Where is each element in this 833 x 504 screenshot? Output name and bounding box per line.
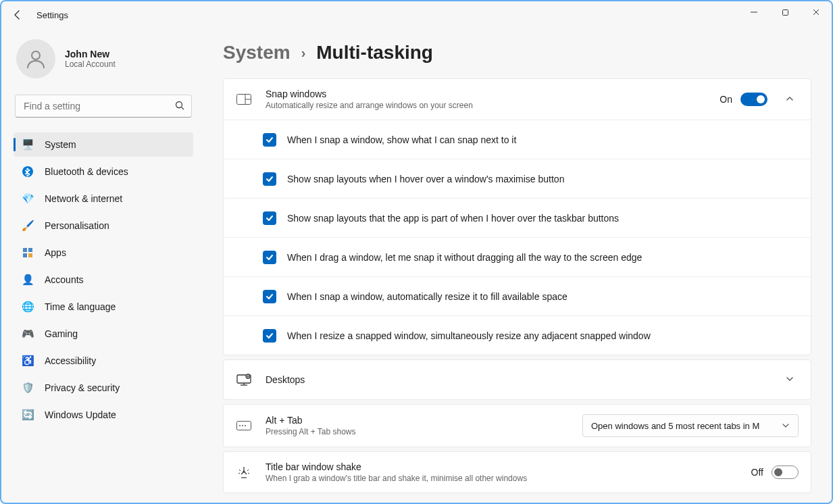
apps-icon xyxy=(22,247,34,258)
sidebar-item-accounts[interactable]: 👤Accounts xyxy=(14,268,193,292)
alttab-card: Alt + Tab Pressing Alt + Tab shows Open … xyxy=(223,404,811,447)
sidebar-item-label: Accounts xyxy=(45,274,84,285)
svg-rect-1 xyxy=(782,9,788,15)
svg-point-21 xyxy=(242,425,243,426)
snap-title: Snap windows xyxy=(266,89,706,99)
desktops-title: Desktops xyxy=(266,374,767,385)
svg-rect-9 xyxy=(28,253,32,257)
svg-rect-19 xyxy=(237,422,251,430)
sidebar-item-label: Bluetooth & devices xyxy=(45,166,128,177)
sidebar-item-access[interactable]: ♿Accessibility xyxy=(14,349,193,373)
snap-option-row: When I drag a window, let me snap it wit… xyxy=(224,237,811,276)
alttab-dropdown[interactable]: Open windows and 5 most recent tabs in M xyxy=(582,414,799,437)
snap-option-label: When I snap a window, automatically resi… xyxy=(287,291,567,302)
sidebar-item-update[interactable]: 🔄Windows Update xyxy=(14,403,193,427)
main-content: System › Multi-tasking Snap windows Auto… xyxy=(204,28,832,503)
desktops-expander[interactable] xyxy=(781,374,799,386)
snap-toggle-label: On xyxy=(720,94,732,105)
svg-point-2 xyxy=(32,51,40,59)
snap-option-checkbox[interactable] xyxy=(263,172,276,186)
privacy-icon: 🛡️ xyxy=(22,382,34,394)
shake-toggle-label: Off xyxy=(751,467,763,478)
snap-layout-icon xyxy=(236,94,252,105)
shake-toggle[interactable] xyxy=(772,465,799,479)
sidebar-item-bluetooth[interactable]: Bluetooth & devices xyxy=(14,159,193,184)
personal-icon: 🖌️ xyxy=(22,220,34,232)
breadcrumb: System › Multi-tasking xyxy=(223,42,811,64)
svg-point-20 xyxy=(239,425,241,426)
close-button[interactable] xyxy=(801,1,832,23)
sidebar-item-label: Network & internet xyxy=(45,193,122,204)
search-input[interactable] xyxy=(15,95,192,118)
snap-option-label: When I snap a window, show what I can sn… xyxy=(287,134,516,145)
time-icon: 🌐 xyxy=(22,301,34,313)
breadcrumb-parent[interactable]: System xyxy=(223,42,291,64)
minimize-button[interactable] xyxy=(738,1,769,23)
sidebar-item-label: Accessibility xyxy=(45,355,96,366)
sidebar-item-label: Time & language xyxy=(45,301,116,312)
sidebar-item-privacy[interactable]: 🛡️Privacy & security xyxy=(14,376,193,400)
snap-option-checkbox[interactable] xyxy=(263,133,276,147)
snap-option-checkbox[interactable] xyxy=(263,329,276,343)
network-icon: 💎 xyxy=(22,193,34,205)
sidebar-item-label: Gaming xyxy=(45,328,78,339)
titlebar: Settings xyxy=(1,1,832,28)
alttab-icon xyxy=(236,421,252,430)
sidebar-item-label: System xyxy=(45,139,76,150)
snap-windows-card: Snap windows Automatically resize and ar… xyxy=(223,78,811,355)
chevron-down-icon xyxy=(785,374,794,384)
snap-option-row: When I snap a window, automatically resi… xyxy=(224,276,811,316)
sidebar-item-personal[interactable]: 🖌️Personalisation xyxy=(14,213,193,238)
shake-title: Title bar window shake xyxy=(266,461,738,472)
system-icon: 🖥️ xyxy=(22,138,34,151)
svg-line-4 xyxy=(182,107,184,110)
alttab-row: Alt + Tab Pressing Alt + Tab shows Open … xyxy=(224,405,811,447)
chevron-up-icon xyxy=(785,94,794,103)
snap-option-checkbox[interactable] xyxy=(263,290,276,303)
search-box xyxy=(15,95,192,118)
sidebar-item-time[interactable]: 🌐Time & language xyxy=(14,295,193,319)
svg-point-3 xyxy=(176,102,182,108)
sidebar-item-system[interactable]: 🖥️System xyxy=(14,132,193,157)
shake-row: Title bar window shake When I grab a win… xyxy=(224,452,811,493)
avatar xyxy=(16,39,55,78)
alttab-title: Alt + Tab xyxy=(266,415,569,426)
sidebar-item-gaming[interactable]: 🎮Gaming xyxy=(14,322,193,346)
shake-sub: When I grab a window's title bar and sha… xyxy=(266,474,738,483)
desktops-icon xyxy=(236,374,252,386)
window-controls xyxy=(738,1,832,28)
user-sub: Local Account xyxy=(65,59,116,69)
back-button[interactable] xyxy=(7,4,28,26)
user-block[interactable]: John New Local Account xyxy=(14,28,193,92)
snap-expander[interactable] xyxy=(781,94,799,105)
user-name: John New xyxy=(65,49,116,59)
snap-option-checkbox[interactable] xyxy=(263,251,276,264)
sidebar-item-label: Personalisation xyxy=(45,220,109,231)
sidebar-item-network[interactable]: 💎Network & internet xyxy=(14,186,193,211)
snap-windows-header[interactable]: Snap windows Automatically resize and ar… xyxy=(224,79,811,120)
maximize-button[interactable] xyxy=(769,1,801,23)
snap-option-label: When I drag a window, let me snap it wit… xyxy=(287,252,642,263)
shake-card: Title bar window shake When I grab a win… xyxy=(223,451,811,493)
chevron-right-icon: › xyxy=(301,45,306,61)
sidebar-item-label: Privacy & security xyxy=(45,382,120,393)
svg-rect-7 xyxy=(28,248,32,252)
settings-window: Settings John New Local Account xyxy=(0,0,833,504)
chevron-down-icon xyxy=(782,422,790,430)
snap-option-row: Show snap layouts that the app is part o… xyxy=(224,198,811,237)
snap-option-row: Show snap layouts when I hover over a wi… xyxy=(224,159,811,198)
svg-rect-6 xyxy=(23,248,27,252)
snap-option-row: When I snap a window, show what I can sn… xyxy=(224,120,811,159)
snap-toggle[interactable] xyxy=(740,93,767,106)
desktops-row[interactable]: Desktops xyxy=(224,360,811,399)
snap-option-row: When I resize a snapped window, simultan… xyxy=(224,316,811,355)
app-title: Settings xyxy=(36,10,68,20)
gaming-icon: 🎮 xyxy=(22,328,34,340)
update-icon: 🔄 xyxy=(22,409,34,421)
sidebar-item-apps[interactable]: Apps xyxy=(14,241,193,265)
snap-sub: Automatically resize and arrange windows… xyxy=(266,101,706,110)
shake-icon xyxy=(236,465,252,479)
sidebar: John New Local Account 🖥️SystemBluetooth… xyxy=(1,28,204,503)
snap-option-label: Show snap layouts when I hover over a wi… xyxy=(287,174,564,184)
snap-option-checkbox[interactable] xyxy=(263,211,276,225)
